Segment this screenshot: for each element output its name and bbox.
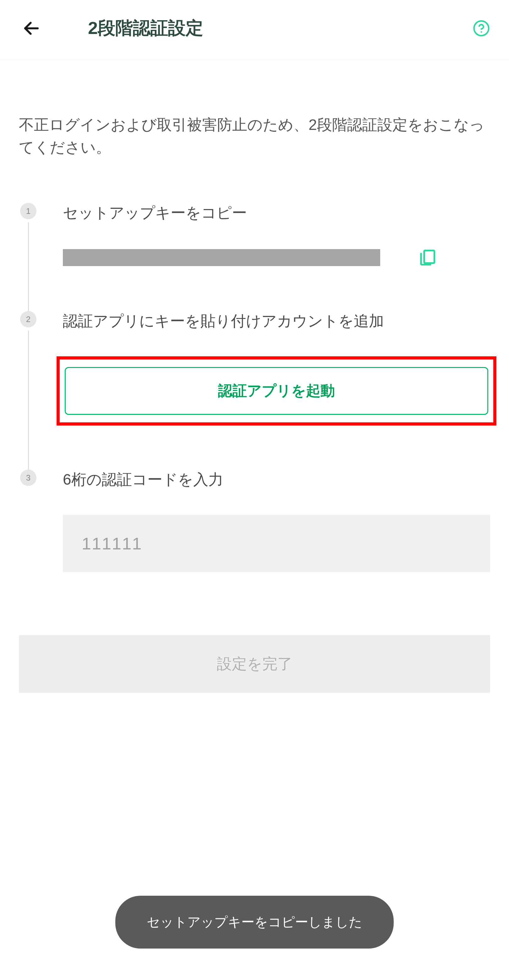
- highlight-annotation: 認証アプリを起動: [57, 356, 496, 426]
- step-number-badge: 2: [20, 311, 36, 328]
- page-title: 2段階認証設定: [88, 16, 203, 40]
- step-1: 1 セットアップキーをコピー: [19, 203, 490, 311]
- step-2: 2 認証アプリにキーを貼り付けアカウントを追加 認証アプリを起動: [19, 311, 490, 469]
- svg-rect-3: [424, 251, 434, 263]
- arrow-left-icon: [22, 19, 41, 38]
- step-connector-line: [28, 331, 29, 469]
- launch-auth-app-button[interactable]: 認証アプリを起動: [65, 367, 488, 415]
- toast-notification: セットアップキーをコピーしました: [115, 896, 394, 948]
- step-number-badge: 1: [20, 203, 36, 219]
- main-content: 不正ログインおよび取引被害防止のため、2段階認証設定をおこなってください。 1 …: [0, 60, 509, 572]
- step-3: 3 6桁の認証コードを入力: [19, 469, 490, 572]
- auth-code-input[interactable]: [63, 515, 490, 572]
- step-title: 6桁の認証コードを入力: [63, 469, 490, 490]
- help-circle-icon: [473, 19, 490, 37]
- complete-setup-button[interactable]: 設定を完了: [19, 635, 490, 693]
- page-header: 2段階認証設定: [0, 0, 509, 60]
- copy-icon: [418, 248, 437, 267]
- setup-key-redacted: [63, 249, 380, 266]
- steps-list: 1 セットアップキーをコピー 2: [19, 203, 490, 572]
- back-button[interactable]: [19, 16, 44, 41]
- help-button[interactable]: [473, 19, 490, 37]
- step-title: 認証アプリにキーを貼り付けアカウントを追加: [63, 311, 490, 331]
- step-connector-line: [28, 222, 29, 311]
- step-title: セットアップキーをコピー: [63, 203, 490, 223]
- description-text: 不正ログインおよび取引被害防止のため、2段階認証設定をおこなってください。: [19, 113, 490, 159]
- step-number-badge: 3: [20, 469, 36, 486]
- copy-button[interactable]: [418, 248, 437, 267]
